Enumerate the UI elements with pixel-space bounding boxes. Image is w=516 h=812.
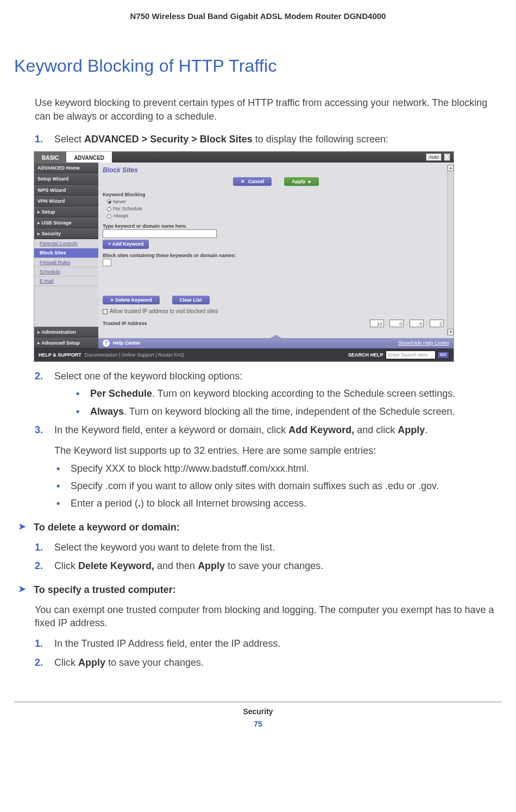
taskA-s2-post: to save your changes. [225, 560, 323, 571]
type-keyword-label: Type keyword or domain name here. [103, 223, 449, 229]
help-center-bar[interactable]: ? Help Center Show/Hide Help Center [98, 338, 454, 348]
sidebar-schedule[interactable]: Schedule [34, 267, 98, 277]
step-number: 2. [35, 559, 43, 572]
radio-per-schedule[interactable] [107, 207, 111, 211]
content-title: Block Sites [98, 163, 454, 176]
taskA-step1: 1. Select the keyword you want to delete… [35, 541, 502, 554]
step2-bullet-per-schedule: Per Schedule. Turn on keyword blocking a… [74, 387, 502, 400]
sidebar-advanced-setup[interactable]: Advanced Setup [34, 338, 98, 348]
go-button[interactable]: GO [437, 351, 449, 359]
show-hide-help-link[interactable]: Show/Hide Help Center [398, 340, 449, 346]
radio-always[interactable] [107, 214, 111, 218]
ip-octet-3[interactable]: 0 [410, 320, 424, 327]
block-list-label: Block sites containing these keywords or… [103, 252, 449, 259]
apply-button[interactable]: Apply▸ [284, 177, 319, 186]
step-number: 2. [35, 656, 43, 669]
sidebar-block-sites[interactable]: Block Sites [34, 248, 98, 258]
step3-mid: and click [354, 424, 398, 435]
step-3: 3. In the Keyword field, enter a keyword… [35, 423, 502, 510]
step3-post: . [425, 424, 427, 435]
taskA-s1-text: Select the keyword you want to delete fr… [54, 542, 275, 553]
vertical-scrollbar[interactable]: ▴ ▾ [447, 165, 454, 335]
step3-sample-3: Enter a period (.) to block all Internet… [54, 497, 502, 510]
task-trusted-heading: To specify a trusted computer: [18, 583, 502, 596]
scroll-up-icon[interactable]: ▴ [448, 165, 454, 171]
trusted-ip-label: Trusted IP Address [103, 320, 147, 327]
taskB-s2-post: to save your changes. [105, 657, 204, 668]
tab-basic[interactable]: BASIC [34, 152, 66, 163]
keyword-listbox[interactable] [103, 259, 111, 266]
sidebar-administration[interactable]: Administration [34, 327, 98, 338]
sidebar-firewall-rules[interactable]: Firewall Rules [34, 258, 98, 267]
step-number: 3. [35, 423, 43, 436]
sidebar-advanced-home[interactable]: ADVANCED Home [34, 163, 98, 173]
taskB-s2-b1: Apply [78, 657, 105, 668]
step3-sample-2: Specify .com if you want to allow only s… [54, 479, 502, 492]
sidebar-email[interactable]: E-mail [34, 277, 98, 286]
s3-pre: Enter a period ( [71, 498, 138, 509]
radio-never-label: Never [113, 199, 126, 204]
ip-octet-4[interactable]: 2 [430, 320, 444, 327]
sidebar-setup[interactable]: Setup [34, 207, 98, 217]
step1-pre: Select [54, 134, 84, 145]
radio-never[interactable] [107, 199, 111, 204]
keyword-input[interactable] [103, 229, 217, 238]
clear-list-button[interactable]: Clear List [172, 296, 210, 304]
taskB-s2-pre: Click [54, 657, 78, 668]
taskA-s2-mid: and then [154, 560, 198, 571]
section-title: Keyword Blocking of HTTP Traffic [14, 54, 502, 78]
step3-pre: In the Keyword field, enter a keyword or… [54, 424, 288, 435]
help-support-label: HELP & SUPPORT [39, 352, 81, 358]
taskB-s1-text: In the Trusted IP Address field, enter t… [54, 638, 281, 649]
sidebar-security[interactable]: Security [34, 228, 98, 239]
cancel-button[interactable]: ✕Cancel [233, 177, 272, 186]
bullet-term: Per Schedule [90, 388, 152, 399]
taskB-step1: 1. In the Trusted IP Address field, ente… [35, 637, 502, 650]
task-delete-heading: To delete a keyword or domain: [18, 521, 502, 534]
step-number: 1. [35, 541, 43, 554]
step3-sample-1: Specify XXX to block http://www.badstuff… [54, 462, 502, 475]
add-keyword-button[interactable]: Add Keyword [103, 240, 149, 248]
step2-bullet-always: Always. Turn on keyword blocking all the… [74, 405, 502, 418]
help-support-links[interactable]: Documentation | Online Support | Router … [85, 352, 184, 358]
refresh-dropdown[interactable]: Auto [426, 153, 442, 161]
ip-octet-1[interactable]: 10 [370, 320, 384, 327]
allow-trusted-label: Allow trusted IP address to visit blocke… [110, 308, 218, 314]
sidebar-wps-wizard[interactable]: WPS Wizard [34, 185, 98, 196]
delete-keyword-button[interactable]: Delete Keyword [103, 296, 160, 305]
taskA-s2-pre: Click [54, 560, 78, 571]
step-number: 1. [35, 637, 43, 650]
help-center-label: Help Center [113, 340, 141, 346]
sidebar-usb-storage[interactable]: USB Storage [34, 217, 98, 228]
s3-post: ) to block all Internet browsing access. [141, 498, 306, 509]
step-1: 1. Select ADVANCED > Security > Block Si… [35, 133, 502, 146]
step-2: 2. Select one of the keyword blocking op… [35, 370, 502, 418]
ip-octet-2[interactable]: 0 [389, 320, 404, 327]
step3-bold2: Apply [398, 424, 425, 435]
tab-advanced[interactable]: ADVANCED [66, 152, 112, 163]
apply-label: Apply [292, 179, 305, 184]
help-icon: ? [103, 340, 110, 347]
footer-page-number: 75 [14, 719, 502, 729]
bullet-rest: . Turn on keyword blocking according to … [152, 388, 455, 399]
scroll-down-icon[interactable]: ▾ [448, 329, 454, 335]
search-help-input[interactable]: Enter Search Item [386, 351, 436, 359]
bullet-term: Always [90, 406, 124, 417]
keyword-blocking-label: Keyword Blocking [103, 191, 449, 198]
sidebar-parental-controls[interactable]: Parental Controls [34, 239, 98, 248]
sidebar-vpn-wizard[interactable]: VPN Wizard [34, 196, 98, 207]
expand-triangle-icon [270, 335, 281, 338]
page-footer: Security 75 [14, 702, 502, 729]
intro-paragraph: Use keyword blocking to prevent certain … [35, 96, 502, 123]
sidebar: ADVANCED Home Setup Wizard WPS Wizard VP… [34, 163, 98, 348]
cancel-label: Cancel [248, 179, 265, 184]
footer-section: Security [14, 707, 502, 717]
step3-bold1: Add Keyword, [288, 424, 354, 435]
taskB-intro: You can exempt one trusted computer from… [35, 603, 502, 630]
dropdown-arrow-icon[interactable]: ▾ [444, 153, 450, 161]
search-help-label: SEARCH HELP [348, 352, 383, 358]
allow-trusted-checkbox[interactable] [103, 309, 108, 314]
radio-always-label: Always [113, 213, 129, 218]
sidebar-setup-wizard[interactable]: Setup Wizard [34, 173, 98, 184]
taskA-step2: 2. Click Delete Keyword, and then Apply … [35, 559, 502, 572]
